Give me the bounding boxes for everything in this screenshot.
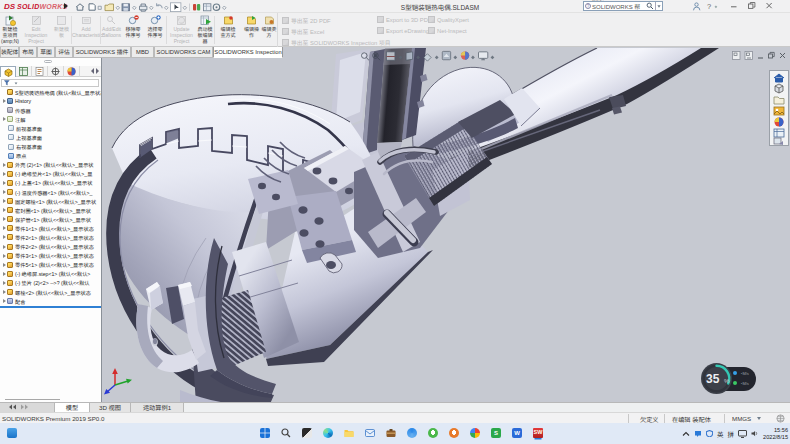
svg-text:35: 35 <box>706 372 720 386</box>
svg-text:?: ? <box>707 2 711 11</box>
svg-text:%: % <box>724 378 730 384</box>
